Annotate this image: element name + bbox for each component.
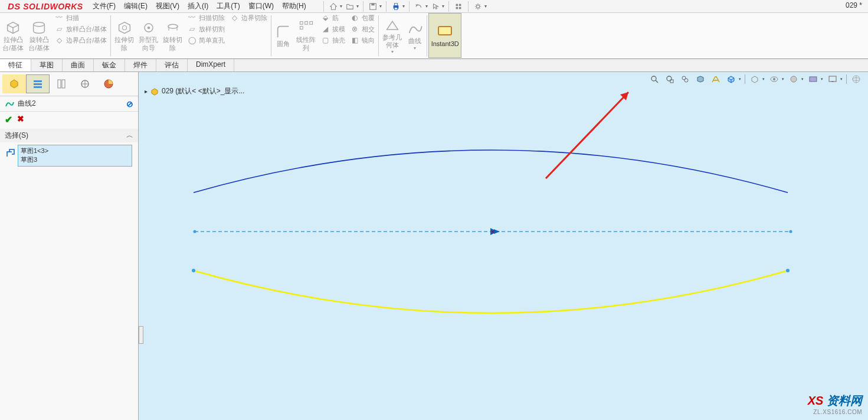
cut-extrude-button[interactable]: 拉伸切 除	[112, 13, 136, 58]
display-tab-icon[interactable]	[97, 74, 120, 93]
feature-tree-tab-icon[interactable]	[2, 74, 26, 93]
rib-button[interactable]: ⬙筋	[318, 13, 348, 24]
tab-weldments[interactable]: 焊件	[125, 59, 156, 71]
menu-window[interactable]: 窗口(W)	[245, 0, 277, 12]
endpoint-icon[interactable]	[786, 269, 790, 272]
dropdown-icon[interactable]: ▾	[442, 4, 444, 9]
hide-show-icon[interactable]	[768, 73, 780, 85]
boundary-cut-button[interactable]: ◇边界切除	[227, 13, 270, 24]
simple-hole-button[interactable]: ◯简单直孔	[185, 35, 227, 46]
revolve-cut-button[interactable]: 旋转切 除	[161, 13, 185, 58]
help-icon[interactable]: ⊘	[126, 99, 133, 109]
apply-scene-icon[interactable]	[807, 73, 819, 85]
menu-file[interactable]: 文件(F)	[89, 0, 119, 12]
svg-point-9	[476, 5, 479, 8]
edit-appearance-icon[interactable]	[788, 73, 800, 85]
collapse-icon[interactable]: ︿	[126, 131, 133, 141]
tab-evaluate[interactable]: 评估	[156, 59, 188, 71]
separator	[271, 15, 271, 56]
zoom-fit-icon[interactable]	[648, 73, 660, 85]
mirror-button[interactable]: ◧镜向	[348, 35, 377, 46]
print-icon[interactable]	[391, 1, 401, 12]
hole-wizard-button[interactable]: 异型孔 向导	[136, 13, 161, 58]
dropdown-icon[interactable]: ▾	[379, 4, 382, 9]
view-settings-icon[interactable]	[827, 73, 838, 85]
svg-point-30	[667, 76, 672, 81]
selection-listbox[interactable]: 草图1<3> 草图3	[18, 145, 132, 167]
dropdown-icon[interactable]: ▾	[425, 4, 428, 9]
draft-button[interactable]: ◢拔模	[318, 24, 348, 35]
fillet-button[interactable]: 圆角	[273, 13, 294, 58]
dropdown-icon[interactable]: ▾	[340, 4, 342, 9]
menu-view[interactable]: 视图(V)	[152, 0, 183, 12]
expand-tree-icon[interactable]: ▸	[145, 88, 148, 95]
tab-surfaces[interactable]: 曲面	[63, 59, 94, 71]
undo-icon[interactable]	[414, 1, 424, 12]
cancel-button[interactable]: ✖	[17, 114, 24, 125]
shell-button[interactable]: ▢抽壳	[318, 35, 348, 46]
separator	[378, 15, 379, 56]
dynamic-annotation-icon[interactable]	[710, 73, 722, 85]
tab-sketch[interactable]: 草图	[31, 59, 63, 71]
tab-sheet-metal[interactable]: 钣金	[94, 59, 125, 71]
menu-help[interactable]: 帮助(H)	[279, 0, 310, 12]
prev-view-icon[interactable]	[679, 73, 691, 85]
svg-point-33	[684, 79, 688, 82]
zoom-area-icon[interactable]	[664, 73, 676, 85]
home-icon[interactable]	[328, 1, 339, 12]
curve-blue[interactable]	[194, 150, 788, 193]
part-icon	[150, 87, 159, 96]
intersect-button[interactable]: ⊗相交	[348, 24, 377, 35]
svg-line-44	[546, 92, 628, 178]
curves-button[interactable]: 曲线 ▾	[404, 13, 425, 58]
sweep-button[interactable]: 〰扫描	[52, 13, 109, 24]
linear-pattern-button[interactable]: 线性阵 列	[294, 13, 318, 58]
dropdown-icon[interactable]: ▾	[356, 4, 359, 9]
boundary-button[interactable]: ◇边界凸台/基体	[52, 35, 109, 46]
wrap-button[interactable]: ◐包覆	[348, 13, 377, 24]
section-header[interactable]: 选择(S) ︿	[0, 129, 138, 142]
endpoint-icon[interactable]	[194, 230, 196, 233]
curve-yellow[interactable]	[194, 271, 788, 313]
section-view-icon[interactable]	[695, 73, 706, 85]
mirror-icon: ◧	[350, 36, 359, 45]
loft-button[interactable]: ▱放样凸台/基体	[52, 24, 109, 35]
selection-item[interactable]: 草图3	[21, 155, 129, 164]
breadcrumb-text[interactable]: 029 (默认< <默认>_显示...	[162, 86, 244, 96]
property-manager-tab-icon[interactable]	[26, 74, 50, 93]
select-icon[interactable]	[430, 1, 441, 12]
tab-dimxpert[interactable]: DimXpert	[188, 59, 234, 71]
revolve-boss-button[interactable]: 旋转凸 台/基体	[26, 13, 52, 58]
dimxpert-tab-icon[interactable]	[73, 74, 97, 93]
display-style-icon[interactable]	[749, 73, 761, 85]
sweep-cut-button[interactable]: 〰扫描切除	[185, 13, 227, 24]
menu-edit[interactable]: 编辑(E)	[120, 0, 151, 12]
save-icon[interactable]	[368, 1, 378, 12]
ref-geometry-button[interactable]: 参考几 何体 ▾	[380, 13, 404, 58]
rebuild-icon[interactable]	[453, 1, 464, 12]
endpoint-icon[interactable]	[790, 230, 792, 233]
menu-insert[interactable]: 插入(I)	[184, 0, 212, 12]
boundary-icon: ◇	[54, 36, 64, 45]
menu-tools[interactable]: 工具(T)	[213, 0, 243, 12]
graphics-viewport[interactable]: ▸ 029 (默认< <默认>_显示... ▾ ▾ ▾ ▾ ▾ ▾	[139, 72, 868, 420]
svg-rect-4	[394, 7, 397, 9]
loft-cut-button[interactable]: ▱放样切割	[185, 24, 227, 35]
options-icon[interactable]	[473, 1, 483, 12]
tab-features[interactable]: 特征	[0, 59, 31, 71]
extrude-boss-button[interactable]: 拉伸凸 台/基体	[0, 13, 26, 58]
endpoint-icon[interactable]	[192, 269, 195, 272]
curves-icon	[407, 21, 423, 37]
command-ribbon: 拉伸凸 台/基体 旋转凸 台/基体 〰扫描 ▱放样凸台/基体 ◇边界凸台/基体 …	[0, 13, 868, 59]
ok-button[interactable]: ✔	[5, 114, 12, 125]
dropdown-icon[interactable]: ▾	[484, 4, 487, 9]
svg-rect-7	[456, 6, 458, 9]
splitter-handle[interactable]	[139, 326, 143, 344]
config-tab-icon[interactable]	[50, 74, 73, 93]
view-orientation-icon[interactable]	[725, 73, 737, 85]
open-icon[interactable]	[345, 1, 355, 12]
world-icon[interactable]	[850, 73, 862, 85]
dropdown-icon[interactable]: ▾	[402, 4, 405, 9]
selection-item[interactable]: 草图1<3>	[21, 146, 129, 155]
instant3d-button[interactable]: Instant3D	[428, 13, 461, 58]
